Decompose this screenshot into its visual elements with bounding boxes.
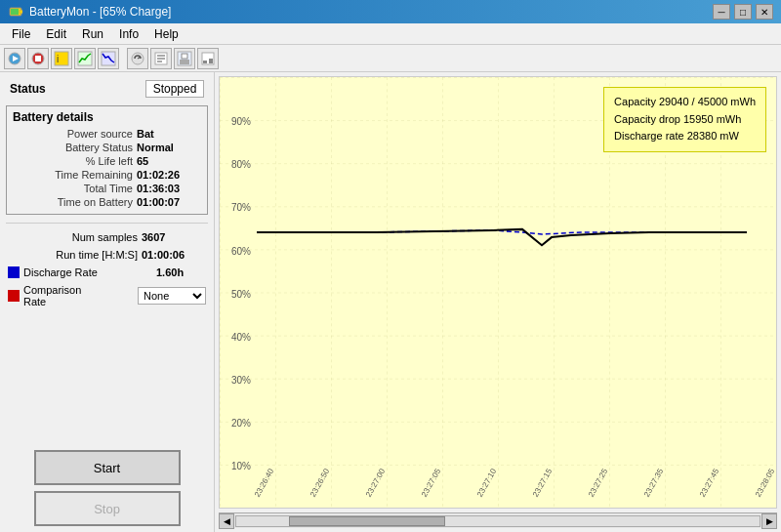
window-title: BatteryMon - [65% Charge] <box>29 5 171 19</box>
tooltip-line3: Discharge rate 28380 mW <box>614 128 756 145</box>
toolbar-btn-6[interactable] <box>150 48 172 69</box>
run-time-value: 01:00:06 <box>138 249 206 261</box>
svg-rect-10 <box>102 52 115 65</box>
svg-rect-22 <box>209 59 213 63</box>
battery-status-value: Normal <box>133 142 201 153</box>
toolbar-btn-5[interactable] <box>127 48 148 69</box>
toolbar: i <box>0 45 781 72</box>
discharge-rate-value: 1.60h <box>152 266 206 278</box>
power-source-label: Power source <box>13 128 133 140</box>
status-label: Status <box>10 82 46 96</box>
toolbar-btn-2[interactable]: i <box>51 48 72 69</box>
svg-text:50%: 50% <box>231 289 251 300</box>
detail-row-battery-status: Battery Status Normal <box>13 142 201 153</box>
detail-row-power-source: Power source Bat <box>13 128 201 140</box>
svg-rect-18 <box>180 60 189 64</box>
time-on-battery-label: Time on Battery <box>13 196 133 208</box>
app-icon <box>8 4 23 20</box>
detail-row-time-remaining: Time Remaining 01:02:26 <box>13 169 201 181</box>
svg-rect-1 <box>20 10 22 14</box>
num-samples-label: Num samples <box>8 231 138 243</box>
total-time-label: Total Time <box>13 183 133 194</box>
time-on-battery-value: 01:00:07 <box>133 196 201 208</box>
battery-details-title: Battery details <box>13 110 201 124</box>
run-time-label: Run time [H:M:S] <box>8 249 138 261</box>
discharge-row: Discharge Rate 1.60h <box>6 266 208 278</box>
divider-1 <box>6 223 208 224</box>
comparison-label: ComparisonRate <box>23 284 138 307</box>
total-time-value: 01:36:03 <box>133 183 201 194</box>
detail-row-life-left: % Life left 65 <box>13 155 201 167</box>
detail-row-time-on-battery: Time on Battery 01:00:07 <box>13 196 201 208</box>
menu-bar: File Edit Run Info Help <box>0 23 781 45</box>
status-value: Stopped <box>145 80 204 98</box>
svg-rect-2 <box>11 9 19 15</box>
discharge-color-indicator <box>8 266 20 278</box>
detail-row-total-time: Total Time 01:36:03 <box>13 183 201 194</box>
toolbar-btn-3[interactable] <box>74 48 96 69</box>
toolbar-btn-8[interactable] <box>197 48 219 69</box>
scroll-thumb <box>289 516 446 526</box>
life-left-value: 65 <box>133 155 201 167</box>
svg-text:10%: 10% <box>231 461 251 471</box>
num-samples-value: 3607 <box>138 231 206 243</box>
toolbar-btn-1[interactable] <box>27 48 49 69</box>
battery-details-group: Battery details Power source Bat Battery… <box>6 105 208 215</box>
svg-text:90%: 90% <box>231 116 251 127</box>
svg-rect-19 <box>182 54 187 59</box>
scrollbar-area: ◀ ▶ <box>219 512 777 528</box>
chart-area: 90% 80% 70% 60% 50% 40% 30% 20% 10% 23:2… <box>219 76 777 509</box>
menu-run[interactable]: Run <box>74 25 111 43</box>
scroll-right-button[interactable]: ▶ <box>761 513 777 529</box>
start-button[interactable]: Start <box>34 450 181 485</box>
time-remaining-label: Time Remaining <box>13 169 133 181</box>
power-source-value: Bat <box>133 128 201 140</box>
chart-tooltip: Capacity 29040 / 45000 mWh Capacity drop… <box>603 87 766 152</box>
menu-help[interactable]: Help <box>146 25 186 43</box>
close-button[interactable]: ✕ <box>756 4 773 20</box>
svg-rect-21 <box>203 61 207 63</box>
menu-file[interactable]: File <box>4 25 38 43</box>
time-remaining-value: 01:02:26 <box>133 169 201 181</box>
svg-text:30%: 30% <box>231 375 251 386</box>
run-time-row: Run time [H:M:S] 01:00:06 <box>6 249 208 261</box>
svg-text:70%: 70% <box>231 202 251 213</box>
life-left-label: % Life left <box>13 155 133 167</box>
toolbar-btn-0[interactable] <box>4 48 25 69</box>
svg-text:40%: 40% <box>231 332 251 343</box>
menu-edit[interactable]: Edit <box>38 25 74 43</box>
right-panel: 90% 80% 70% 60% 50% 40% 30% 20% 10% 23:2… <box>215 72 781 532</box>
comparison-dropdown[interactable]: None Comparison 1 Comparison 2 <box>138 287 206 305</box>
svg-rect-6 <box>35 56 41 61</box>
num-samples-row: Num samples 3607 <box>6 231 208 243</box>
maximize-button[interactable]: □ <box>734 4 752 20</box>
comparison-color-indicator <box>8 290 20 302</box>
discharge-rate-label: Discharge Rate <box>23 266 152 278</box>
toolbar-btn-4[interactable] <box>98 48 119 69</box>
svg-text:60%: 60% <box>231 245 251 256</box>
tooltip-line1: Capacity 29040 / 45000 mWh <box>614 94 756 111</box>
stop-button[interactable]: Stop <box>34 491 181 526</box>
left-panel: Status Stopped Battery details Power sou… <box>0 72 215 532</box>
scroll-track[interactable] <box>235 515 760 527</box>
svg-text:i: i <box>57 54 59 64</box>
toolbar-btn-7[interactable] <box>174 48 195 69</box>
minimize-button[interactable]: ─ <box>713 4 730 20</box>
tooltip-line2: Capacity drop 15950 mWh <box>614 111 756 129</box>
comparison-row: ComparisonRate None Comparison 1 Compari… <box>6 284 208 307</box>
battery-status-label: Battery Status <box>13 142 133 153</box>
svg-text:20%: 20% <box>231 418 251 429</box>
scroll-left-button[interactable]: ◀ <box>219 513 234 529</box>
svg-text:80%: 80% <box>231 159 251 170</box>
menu-info[interactable]: Info <box>111 25 146 43</box>
status-row: Status Stopped <box>6 78 208 100</box>
title-bar: BatteryMon - [65% Charge] ─ □ ✕ <box>0 0 781 23</box>
